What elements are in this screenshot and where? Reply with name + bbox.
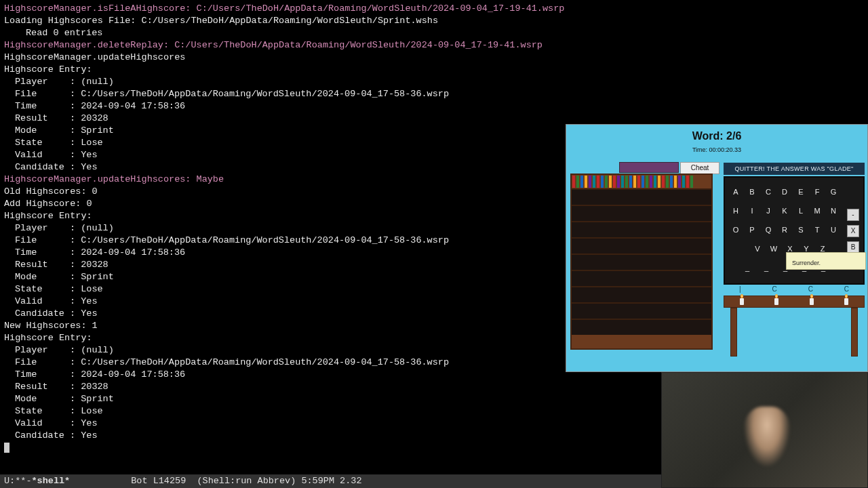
letter-key-l[interactable]: L (797, 205, 805, 217)
shelf-slot (572, 286, 711, 302)
shelf-slot (572, 253, 711, 270)
desk-leg (851, 308, 858, 357)
tooltip-surrender: Surrender. (786, 252, 866, 270)
letter-key-r[interactable]: R (781, 224, 789, 236)
webcam-feed (661, 372, 868, 488)
letter-key-w[interactable]: W (770, 243, 778, 255)
modeline-mode: (Shell:run Abbrev) (197, 476, 296, 486)
book-spine-icon (605, 176, 608, 188)
tab-cheat[interactable]: Cheat (680, 162, 719, 174)
candle-icon (810, 298, 814, 305)
candle-icon (740, 298, 744, 305)
modeline-load: 2.32 (340, 476, 361, 486)
letter-key-g[interactable]: G (829, 186, 837, 198)
shelf-slot (572, 302, 711, 319)
letter-key-u[interactable]: U (829, 224, 837, 236)
candle-icon (844, 298, 848, 305)
letter-key-c[interactable]: C (764, 186, 772, 198)
book-spine-icon (597, 176, 599, 188)
book-spine-icon (650, 176, 652, 188)
book-spine-icon (572, 176, 575, 188)
terminal-line: Time : 2024-09-04 17:58:36 (4, 100, 864, 113)
book-spine-icon (585, 176, 587, 188)
cursor (4, 443, 9, 453)
letter-key-a[interactable]: A (732, 186, 740, 198)
book-spine-icon (686, 176, 689, 188)
book-spine-icon (682, 176, 685, 188)
candle-marks: |CCC (724, 285, 865, 294)
side-buttons: -XB (847, 209, 859, 253)
shelf-slot (572, 319, 711, 335)
side-button-minus[interactable]: - (847, 209, 859, 221)
book-spine-icon (662, 176, 665, 188)
letter-key-s[interactable]: S (797, 224, 805, 236)
desk-top (724, 296, 865, 308)
modeline-position: Bot L14259 (131, 476, 186, 486)
terminal-line: Highscore Entry: (4, 64, 864, 76)
letter-key-h[interactable]: H (732, 205, 740, 217)
game-timer: Time: 00:00:20.33 (566, 144, 867, 156)
terminal-line: HighscoreManager.isFileAHighscore: C:/Us… (4, 3, 864, 15)
game-header: Word: 2/6 Time: 00:00:20.33 (566, 125, 867, 156)
letter-key-d[interactable]: D (781, 186, 789, 198)
book-spine-icon (633, 176, 636, 188)
book-spine-icon (678, 176, 681, 188)
book-spine-icon (625, 176, 628, 188)
book-spine-icon (621, 176, 624, 188)
letter-key-k[interactable]: K (781, 205, 789, 217)
letter-key-f[interactable]: F (813, 186, 821, 198)
book-spine-icon (601, 176, 604, 188)
book-spine-icon (629, 176, 632, 188)
terminal-line: File : C:/Users/TheDoH/AppData/Roaming/W… (4, 88, 864, 100)
desk (724, 296, 865, 357)
book-spine-icon (670, 176, 673, 188)
book-spine-icon (646, 176, 648, 188)
word-counter: Word: 2/6 (566, 130, 867, 142)
book-spine-icon (580, 176, 583, 188)
shelf-slot (572, 270, 711, 286)
shelf-slot (572, 237, 711, 253)
book-spine-icon (674, 176, 677, 188)
letter-key-b[interactable]: B (748, 186, 756, 198)
terminal-line: Loading Highscores File: C:/Users/TheDoH… (4, 15, 864, 27)
book-spine-icon (658, 176, 660, 188)
letter-key-n[interactable]: N (829, 205, 837, 217)
book-spine-icon (666, 176, 669, 188)
desk-leg (730, 308, 737, 357)
terminal-line: HighscoreManager.updateHighscores (4, 52, 864, 64)
answer-slot: _ (763, 262, 770, 274)
book-spine-icon (609, 176, 612, 188)
modeline-time: 5:59PM (301, 476, 334, 486)
candle-icon (774, 298, 778, 305)
book-spine-icon (690, 176, 693, 188)
books-row (572, 175, 711, 188)
letter-key-j[interactable]: J (764, 205, 772, 217)
letter-key-p[interactable]: P (748, 224, 756, 236)
letter-key-v[interactable]: V (753, 243, 762, 255)
book-spine-icon (654, 176, 656, 188)
result-banner: QUITTER! THE ANSWER WAS "GLADE" (724, 163, 865, 175)
book-spine-icon (637, 176, 640, 188)
side-button-x[interactable]: X (847, 225, 859, 237)
book-spine-icon (617, 176, 620, 188)
letter-key-q[interactable]: Q (764, 224, 772, 236)
tab-main[interactable] (619, 162, 679, 173)
terminal-line: HighscoreManager.deleteReplay: C:/Users/… (4, 39, 864, 52)
letter-key-i[interactable]: I (748, 205, 756, 217)
book-spine-icon (593, 176, 595, 188)
terminal-line: Read 0 entries (4, 27, 864, 39)
letter-key-m[interactable]: M (813, 205, 821, 217)
shelf-slot (572, 188, 711, 205)
book-spine-icon (576, 176, 579, 188)
book-spine-icon (589, 176, 591, 188)
letter-key-e[interactable]: E (797, 186, 805, 198)
answer-slot: _ (744, 262, 751, 274)
modeline-flags: U:**- (4, 476, 32, 486)
game-tabs: Cheat (619, 162, 719, 174)
game-window: Word: 2/6 Time: 00:00:20.33 Cheat QUITTE… (566, 124, 868, 372)
letter-key-o[interactable]: O (732, 224, 740, 236)
shelf-slot (572, 221, 711, 237)
letter-key-t[interactable]: T (813, 224, 821, 236)
terminal-line: Result : 20328 (4, 113, 864, 125)
modeline-buffer: *shell* (32, 476, 71, 486)
